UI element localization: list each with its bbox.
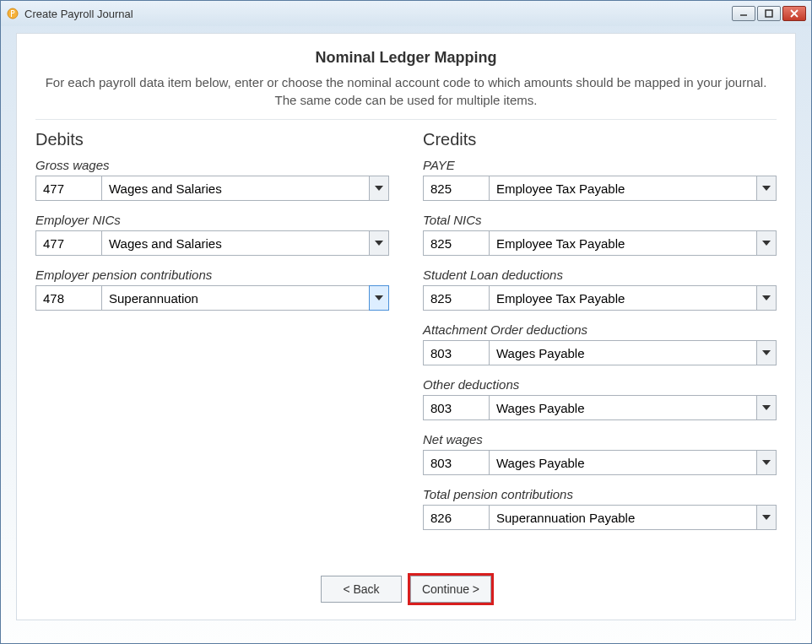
debits-field: Employer NICs (35, 213, 389, 256)
credits-field: Other deductions (423, 377, 777, 420)
account-dropdown-button[interactable] (369, 230, 389, 256)
account-name-input[interactable] (489, 340, 756, 365)
account-code-input[interactable] (35, 230, 101, 256)
chevron-down-icon (375, 241, 383, 246)
chevron-down-icon (762, 405, 771, 410)
chevron-down-icon (762, 241, 771, 246)
chevron-down-icon (375, 295, 383, 300)
account-code-input[interactable] (35, 285, 101, 311)
account-dropdown-button[interactable] (756, 340, 777, 365)
svg-marker-14 (762, 515, 771, 520)
account-code-input[interactable] (423, 340, 489, 365)
account-dropdown-button[interactable] (369, 285, 389, 311)
field-label: Total pension contributions (423, 487, 777, 501)
account-name-input[interactable] (489, 285, 756, 311)
svg-marker-12 (762, 405, 771, 410)
maximize-button[interactable] (757, 6, 781, 21)
minimize-button[interactable] (732, 6, 755, 21)
columns: Debits Gross wagesEmployer NICsEmployer … (35, 130, 777, 542)
account-code-input[interactable] (423, 176, 489, 201)
credits-field: Total NICs (423, 213, 777, 256)
field-label: PAYE (423, 158, 777, 172)
debits-column: Debits Gross wagesEmployer NICsEmployer … (35, 130, 389, 542)
account-code-input[interactable] (423, 230, 489, 256)
titlebar: Create Payroll Journal (1, 1, 811, 26)
credits-heading: Credits (423, 130, 777, 149)
account-dropdown-button[interactable] (756, 230, 777, 256)
window-title: Create Payroll Journal (24, 8, 732, 20)
debits-field: Employer pension contributions (35, 268, 389, 311)
wizard-footer: < Back Continue > (35, 576, 777, 603)
field-row (423, 395, 777, 420)
field-label: Attachment Order deductions (423, 322, 777, 337)
page-description-2: The same code can be used for multiple i… (35, 93, 777, 107)
account-code-input[interactable] (423, 450, 489, 475)
svg-marker-5 (375, 186, 383, 191)
back-button[interactable]: < Back (321, 576, 402, 603)
account-dropdown-button[interactable] (756, 505, 777, 530)
account-name-input[interactable] (101, 285, 369, 311)
chevron-down-icon (762, 350, 771, 355)
close-button[interactable] (782, 6, 806, 21)
svg-marker-11 (762, 350, 771, 355)
field-row (423, 450, 777, 475)
field-row (423, 505, 777, 530)
page-description-1: For each payroll data item below, enter … (35, 75, 777, 89)
account-name-input[interactable] (489, 450, 756, 475)
account-name-input[interactable] (489, 230, 756, 256)
divider (35, 119, 777, 120)
field-label: Total NICs (423, 213, 777, 227)
credits-field: Student Loan deductions (423, 268, 777, 311)
chevron-down-icon (762, 460, 771, 465)
credits-field: Attachment Order deductions (423, 322, 777, 365)
chevron-down-icon (375, 186, 383, 191)
account-code-input[interactable] (35, 176, 101, 201)
debits-field: Gross wages (35, 158, 389, 201)
debits-heading: Debits (35, 130, 389, 149)
field-row (35, 176, 389, 201)
field-label: Employer NICs (35, 213, 389, 227)
account-dropdown-button[interactable] (756, 450, 777, 475)
field-label: Other deductions (423, 377, 777, 392)
field-label: Student Loan deductions (423, 268, 777, 282)
field-row (423, 230, 777, 256)
svg-marker-9 (762, 241, 771, 246)
account-name-input[interactable] (489, 505, 756, 530)
credits-field: Net wages (423, 432, 777, 475)
content-panel: Nominal Ledger Mapping For each payroll … (16, 33, 796, 620)
field-row (35, 230, 389, 256)
account-dropdown-button[interactable] (756, 176, 777, 201)
svg-marker-7 (375, 295, 383, 300)
field-row (423, 285, 777, 311)
svg-marker-10 (762, 295, 771, 300)
page-title: Nominal Ledger Mapping (35, 49, 777, 67)
credits-column: Credits PAYETotal NICsStudent Loan deduc… (423, 130, 777, 542)
svg-marker-13 (762, 460, 771, 465)
account-name-input[interactable] (101, 230, 369, 256)
account-name-input[interactable] (489, 395, 756, 420)
svg-rect-2 (766, 10, 772, 17)
account-code-input[interactable] (423, 395, 489, 420)
account-name-input[interactable] (489, 176, 756, 201)
account-name-input[interactable] (101, 176, 369, 201)
window-buttons (732, 6, 806, 21)
account-code-input[interactable] (423, 285, 489, 311)
chevron-down-icon (762, 186, 771, 191)
credits-field: Total pension contributions (423, 487, 777, 530)
field-label: Net wages (423, 432, 777, 446)
continue-button[interactable]: Continue > (410, 576, 491, 603)
field-row (423, 176, 777, 201)
svg-marker-8 (762, 186, 771, 191)
account-dropdown-button[interactable] (756, 285, 777, 311)
field-label: Employer pension contributions (35, 268, 389, 282)
field-label: Gross wages (35, 158, 389, 172)
app-icon (6, 7, 19, 20)
account-dropdown-button[interactable] (756, 395, 777, 420)
chevron-down-icon (762, 515, 771, 520)
credits-field: PAYE (423, 158, 777, 201)
field-row (35, 285, 389, 311)
account-dropdown-button[interactable] (369, 176, 389, 201)
field-row (423, 340, 777, 365)
account-code-input[interactable] (423, 505, 489, 530)
chevron-down-icon (762, 295, 771, 300)
